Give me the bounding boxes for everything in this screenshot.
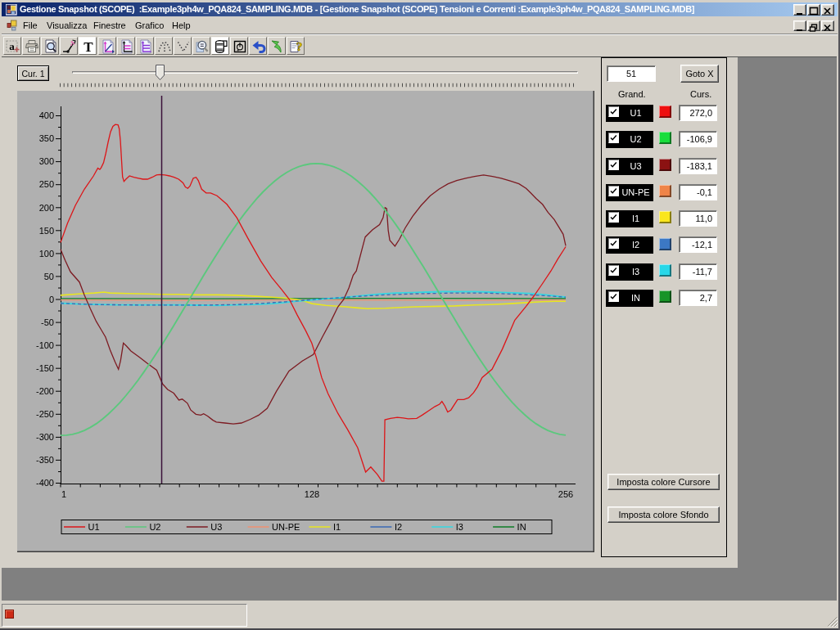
svg-text:256: 256 bbox=[558, 489, 573, 499]
svg-text:-100: -100 bbox=[36, 340, 54, 350]
svg-text:150: 150 bbox=[39, 226, 54, 236]
svg-text:-300: -300 bbox=[36, 432, 54, 442]
svg-text:U2: U2 bbox=[149, 522, 160, 532]
svg-text:0: 0 bbox=[49, 295, 54, 304]
svg-text:1: 1 bbox=[61, 489, 66, 499]
svg-text:-150: -150 bbox=[36, 363, 54, 373]
svg-text:U1: U1 bbox=[88, 522, 100, 532]
svg-text:50: 50 bbox=[44, 272, 54, 281]
svg-text:400: 400 bbox=[39, 110, 54, 120]
svg-text:100: 100 bbox=[39, 249, 54, 259]
svg-text:-350: -350 bbox=[36, 455, 54, 465]
svg-text:I2: I2 bbox=[395, 522, 402, 532]
svg-text:I1: I1 bbox=[333, 522, 341, 532]
svg-text:U3: U3 bbox=[210, 522, 222, 532]
svg-text:128: 128 bbox=[305, 489, 319, 499]
svg-text:a: a bbox=[9, 40, 15, 52]
svg-text:350: 350 bbox=[39, 133, 54, 143]
svg-text:UN-PE: UN-PE bbox=[272, 522, 300, 532]
svg-text:T: T bbox=[84, 39, 93, 54]
svg-text:I3: I3 bbox=[456, 522, 463, 532]
svg-text:?: ? bbox=[296, 40, 303, 53]
svg-text:-200: -200 bbox=[36, 386, 54, 396]
svg-text:-400: -400 bbox=[36, 478, 54, 488]
svg-text:200: 200 bbox=[39, 203, 54, 213]
svg-text:300: 300 bbox=[39, 156, 54, 166]
svg-text:-250: -250 bbox=[36, 409, 54, 419]
svg-text:-50: -50 bbox=[41, 317, 54, 327]
svg-text:250: 250 bbox=[39, 179, 54, 189]
svg-text:IN: IN bbox=[517, 522, 526, 532]
